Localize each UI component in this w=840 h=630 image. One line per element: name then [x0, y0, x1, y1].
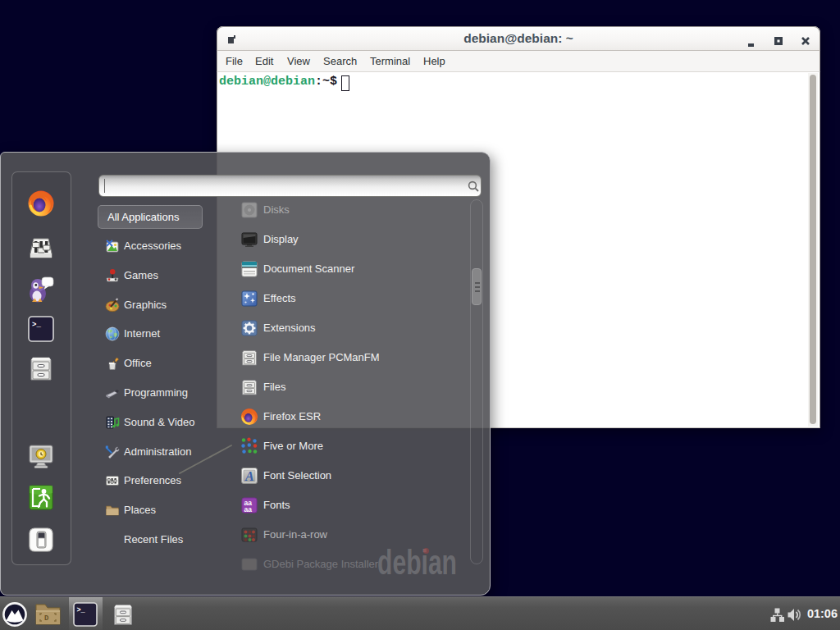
svg-text:>_: >_ — [32, 321, 41, 329]
svg-text:D: D — [44, 614, 49, 623]
svg-text:A: A — [244, 469, 254, 483]
svg-text:>_: >_ — [77, 606, 86, 614]
svg-text:aa: aa — [244, 505, 253, 514]
